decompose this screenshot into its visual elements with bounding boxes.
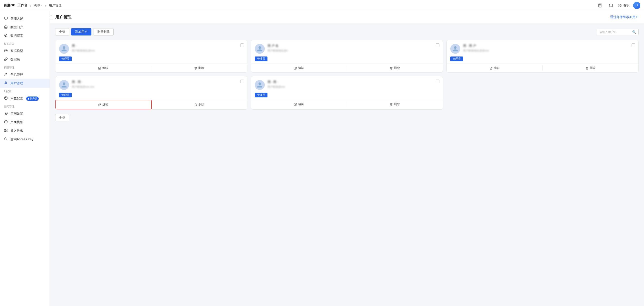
delete-button-2[interactable]: 删除: [347, 64, 443, 72]
user-info-4: 用 · 用 · 用户邮箱@xxx.xxx: [72, 80, 244, 89]
section-label-space-mgmt: 空间管理: [0, 103, 50, 109]
svg-rect-21: [4, 131, 6, 132]
svg-rect-4: [619, 6, 620, 7]
data-model-icon: [4, 49, 8, 53]
sidebar-label-data-source: 数据源: [10, 58, 20, 62]
add-by-email-link[interactable]: 通过邮件组添加用户: [610, 15, 638, 19]
sidebar-item-smart-screen[interactable]: 智能大屏: [0, 14, 50, 23]
user-card-actions-3: 编辑 删除: [447, 63, 638, 72]
data-portal-icon: [4, 25, 8, 30]
bottom-toolbar: 全选: [55, 114, 638, 121]
user-name-3: 用 · 用 户: [463, 44, 635, 48]
app-header: 百度GBI 工作台 / 测试 ▾ / 用户管理: [0, 0, 644, 11]
sidebar-label-role-mgmt: 角色管理: [10, 73, 23, 77]
breadcrumb-sep1: /: [30, 3, 31, 7]
sidebar-item-space-settings[interactable]: 空间设置: [0, 109, 50, 118]
kanban-label: 看板: [623, 3, 630, 7]
user-checkbox-4[interactable]: [240, 80, 244, 83]
user-email-1: 用户邮箱地址@xxx: [72, 49, 244, 53]
edit-button-1[interactable]: 编辑: [56, 64, 151, 72]
sidebar-item-data-model[interactable]: 数据模型: [0, 47, 50, 55]
user-info-1: 用 · 用户邮箱地址@xxx: [72, 44, 244, 53]
sidebar-label-page-template: 页面模板: [10, 120, 23, 124]
section-label-data-prep: 数据准备: [0, 40, 50, 47]
svg-point-14: [6, 113, 6, 114]
user-card-5: 用 · 用 · 用户邮箱@xxx 管理员: [251, 76, 443, 110]
add-user-button[interactable]: 添加用户: [71, 28, 92, 35]
svg-rect-20: [6, 131, 7, 132]
chevron-down-icon: ▾: [41, 4, 42, 7]
sidebar-item-data-explore[interactable]: 数据探索: [0, 32, 50, 40]
edit-button-2[interactable]: 编辑: [251, 64, 347, 72]
user-checkbox-5[interactable]: [436, 80, 440, 83]
user-avatar-2: [255, 44, 265, 54]
user-card-actions-2: 编辑 删除: [251, 63, 443, 72]
kanban-button[interactable]: 看板: [618, 3, 630, 7]
user-card-actions-1: 编辑 删除: [56, 63, 247, 72]
section-label-auth-mgmt: 权限管理: [0, 64, 50, 71]
delete-button-1[interactable]: 删除: [152, 64, 247, 72]
user-card-top-3: 用 · 用 户 用户邮箱地址@@xxx: [447, 40, 638, 56]
layout: 智能大屏 数据门户 数据探索 数据准备: [0, 11, 644, 306]
toolbar-left: 全选 添加用户 批量删除: [55, 28, 114, 35]
search-box[interactable]: 🔍: [597, 29, 638, 35]
sidebar-item-ask-config[interactable]: 问数配置 ◆ 新升级: [0, 94, 50, 103]
edit-button-3[interactable]: 编辑: [447, 64, 542, 72]
sidebar-collapse-button[interactable]: ‹: [49, 15, 54, 20]
user-info-2: 用 户 名 用户邮箱地址@x: [268, 44, 439, 53]
delete-label-4: 删除: [198, 103, 204, 107]
delete-button-4[interactable]: 删除: [152, 100, 247, 109]
save-icon-button[interactable]: [596, 2, 604, 9]
page-title: 用户管理: [55, 14, 72, 20]
delete-label-3: 删除: [590, 66, 596, 70]
headset-icon-button[interactable]: [607, 2, 614, 9]
svg-rect-6: [4, 17, 7, 19]
user-email-5: 用户邮箱@xxx: [268, 85, 439, 89]
sidebar-item-page-template[interactable]: 页面模板: [0, 118, 50, 127]
user-checkbox-1[interactable]: [240, 43, 244, 47]
batch-delete-button[interactable]: 批量删除: [93, 28, 114, 35]
user-name-5: 用 · 用 ·: [268, 80, 439, 84]
delete-button-5[interactable]: 删除: [347, 100, 443, 109]
user-email-3: 用户邮箱地址@@xxx: [463, 49, 635, 53]
edit-button-4[interactable]: 编辑: [56, 100, 152, 109]
header-left: 百度GBI 工作台 / 测试 ▾ / 用户管理: [4, 3, 596, 7]
user-avatar[interactable]: U: [633, 2, 640, 9]
breadcrumb-sep2: /: [45, 3, 46, 7]
select-all-button[interactable]: 全选: [55, 28, 69, 35]
sidebar-item-data-portal[interactable]: 数据门户: [0, 23, 50, 32]
search-input[interactable]: [599, 30, 631, 34]
badge-label: 新升级: [30, 97, 37, 100]
user-card-top-1: 用 · 用户邮箱地址@xxx: [56, 40, 247, 56]
svg-rect-5: [621, 6, 622, 7]
user-checkbox-3[interactable]: [632, 43, 635, 47]
user-role-badge-4: 管理员: [59, 93, 72, 97]
edit-button-5[interactable]: 编辑: [251, 100, 347, 109]
user-name-1: 用 ·: [72, 44, 244, 48]
sidebar-item-user-mgmt[interactable]: 用户管理: [0, 79, 50, 88]
user-card-actions-4: 编辑 删除: [56, 100, 247, 109]
sidebar-label-smart-screen: 智能大屏: [10, 17, 23, 21]
user-email-2: 用户邮箱地址@x: [268, 49, 439, 53]
sidebar-item-data-source[interactable]: 数据源: [0, 55, 50, 64]
user-name-4: 用 · 用 ·: [72, 80, 244, 84]
svg-rect-3: [621, 4, 622, 5]
edit-label-4: 编辑: [102, 103, 108, 107]
user-avatar-5: [255, 80, 265, 90]
user-checkbox-2[interactable]: [436, 43, 440, 47]
workspace-selector[interactable]: 测试 ▾: [34, 3, 42, 7]
main-content: 用户管理 通过邮件组添加用户 全选 添加用户 批量删除 🔍: [50, 11, 644, 306]
user-mgmt-icon: [4, 81, 8, 86]
sidebar-item-role-mgmt[interactable]: 角色管理: [0, 71, 50, 79]
svg-point-8: [4, 49, 7, 52]
bottom-select-all-button[interactable]: 全选: [55, 114, 69, 121]
header-right: 看板 U: [596, 2, 640, 9]
user-card-top-5: 用 · 用 · 用户邮箱@xxx: [251, 76, 443, 93]
sidebar-item-access-key[interactable]: 空间Access Key: [0, 135, 50, 144]
delete-button-3[interactable]: 删除: [543, 64, 638, 72]
smart-screen-icon: [4, 16, 8, 21]
search-icon: 🔍: [632, 30, 636, 34]
content-area: 全选 添加用户 批量删除 🔍: [50, 24, 644, 306]
diamond-icon: ◆: [28, 97, 30, 100]
sidebar-item-import-export[interactable]: 导入导出: [0, 127, 50, 135]
